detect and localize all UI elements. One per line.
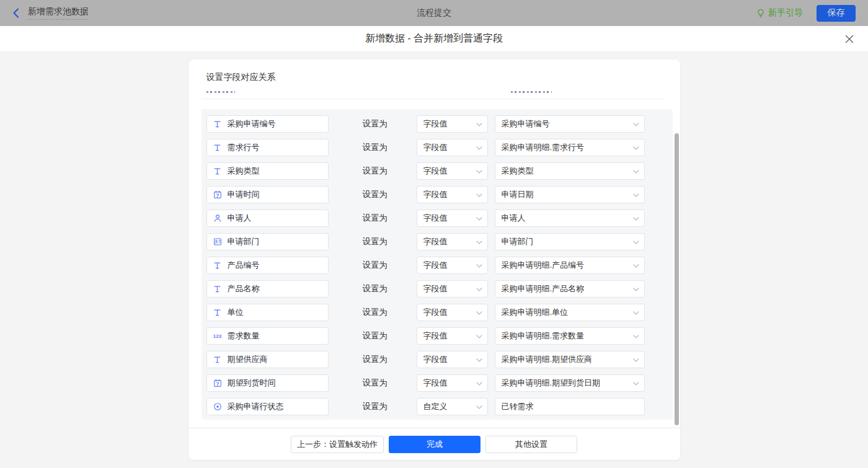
mode-select[interactable]: 字段值 — [417, 257, 488, 274]
target-select[interactable]: 采购申请明细.期望到货日期 — [495, 374, 645, 392]
clipped-header-right — [511, 91, 552, 93]
setter-label: 设置为 — [363, 142, 389, 153]
setter-label: 设置为 — [363, 377, 389, 389]
mode-value: 字段值 — [423, 354, 448, 365]
back-icon[interactable] — [12, 8, 19, 18]
close-icon[interactable] — [844, 34, 854, 44]
date-icon — [213, 379, 222, 387]
mode-select[interactable]: 字段值 — [417, 139, 488, 156]
guide-label: 新手引导 — [768, 7, 803, 19]
target-select[interactable]: 申请日期 — [495, 186, 645, 203]
date-icon — [213, 190, 222, 199]
source-field-label: 期望到货时间 — [228, 377, 276, 389]
mode-value: 字段值 — [423, 189, 448, 200]
chevron-down-icon — [476, 217, 482, 221]
source-field-chip[interactable]: 产品名称 — [206, 280, 329, 298]
source-field-label: 申请时间 — [228, 189, 260, 200]
mapping-row: 申请人 设置为 字段值 申请人 — [206, 210, 673, 227]
footer-actions: 上一步：设置触发动作 完成 其他设置 — [188, 436, 680, 453]
chevron-down-icon — [476, 146, 482, 150]
top-bar: 新增需求池数据 流程提交 新手引导 保存 — [0, 0, 868, 26]
mapping-row: 采购申请编号 设置为 字段值 采购申请编号 — [206, 115, 673, 133]
chevron-down-icon — [633, 335, 639, 338]
source-field-chip[interactable]: 采购申请编号 — [206, 115, 329, 133]
chevron-down-icon — [476, 123, 482, 126]
source-field-label: 申请部门 — [228, 236, 260, 247]
header-divider — [202, 99, 665, 99]
source-field-chip[interactable]: 单位 — [206, 304, 329, 321]
chevron-down-icon — [633, 288, 639, 291]
text-field-icon — [213, 120, 222, 128]
mode-value: 字段值 — [423, 213, 448, 224]
source-field-chip[interactable]: 期望供应商 — [206, 351, 329, 368]
mode-select[interactable]: 字段值 — [417, 162, 488, 180]
text-field-icon — [213, 355, 222, 364]
source-field-chip[interactable]: 需求行号 — [206, 139, 329, 156]
source-field-label: 产品名称 — [228, 283, 260, 294]
mode-value: 字段值 — [423, 330, 448, 342]
source-field-chip[interactable]: 申请部门 — [206, 233, 329, 250]
source-field-chip[interactable]: 期望到货时间 — [206, 374, 329, 392]
target-select[interactable]: 采购申请明细.需求行号 — [495, 139, 645, 156]
chevron-down-icon — [476, 288, 482, 291]
dialog-header: 新增数据 - 合并新增到普通字段 — [0, 26, 868, 52]
mapping-row: 需求行号 设置为 字段值 采购申请明细.需求行号 — [206, 139, 673, 156]
other-settings-button[interactable]: 其他设置 — [485, 436, 577, 453]
prev-step-button[interactable]: 上一步：设置触发动作 — [291, 436, 384, 453]
target-select[interactable]: 采购申请明细.产品编号 — [495, 257, 645, 274]
target-select[interactable]: 申请人 — [495, 210, 645, 227]
chevron-down-icon — [633, 170, 639, 174]
target-value: 采购申请明细.单位 — [502, 307, 569, 318]
source-field-chip[interactable]: 123 需求数量 — [206, 327, 329, 345]
source-field-chip[interactable]: 采购类型 — [206, 162, 329, 180]
chevron-down-icon — [476, 358, 482, 362]
target-select[interactable]: 采购申请明细.产品名称 — [495, 280, 645, 298]
mode-select[interactable]: 字段值 — [417, 327, 488, 345]
save-button[interactable]: 保存 — [817, 5, 856, 22]
target-select[interactable]: 申请部门 — [495, 233, 645, 250]
panel-title: 设置字段对应关系 — [188, 60, 680, 83]
setter-label: 设置为 — [363, 236, 389, 247]
done-button[interactable]: 完成 — [389, 436, 480, 453]
chevron-down-icon — [633, 217, 639, 221]
mode-select[interactable]: 字段值 — [417, 115, 488, 133]
mode-select[interactable]: 字段值 — [417, 304, 488, 321]
target-select[interactable]: 采购申请明细.单位 — [495, 304, 645, 321]
source-field-chip[interactable]: 申请人 — [206, 210, 329, 227]
target-select[interactable]: 采购申请明细.需求数量 — [495, 327, 645, 345]
beginner-guide-link[interactable]: 新手引导 — [756, 7, 803, 19]
target-select[interactable]: 采购类型 — [495, 162, 645, 180]
mode-select[interactable]: 自定义 — [417, 398, 488, 415]
footer-divider — [188, 428, 680, 428]
mode-select[interactable]: 字段值 — [417, 280, 488, 298]
source-field-chip[interactable]: 产品编号 — [206, 257, 329, 274]
mode-select[interactable]: 字段值 — [417, 210, 488, 227]
target-value: 采购类型 — [502, 166, 534, 177]
mode-select[interactable]: 字段值 — [417, 374, 488, 392]
flow-name[interactable]: 新增需求池数据 — [28, 6, 89, 20]
target-value: 申请日期 — [502, 189, 534, 200]
target-value: 采购申请明细.期望到货日期 — [502, 377, 601, 389]
mapping-row: 采购申请行状态 设置为 自定义 已转需求 — [206, 398, 673, 415]
chevron-down-icon — [476, 335, 482, 338]
mode-select[interactable]: 字段值 — [417, 233, 488, 250]
mode-select[interactable]: 字段值 — [417, 351, 488, 368]
number-icon: 123 — [213, 332, 222, 340]
target-value: 采购申请明细.产品名称 — [502, 283, 585, 294]
mode-select[interactable]: 字段值 — [417, 186, 488, 203]
chevron-down-icon — [476, 193, 482, 197]
scrollbar[interactable] — [675, 133, 679, 425]
target-input[interactable]: 已转需求 — [495, 398, 645, 415]
target-value: 采购申请编号 — [502, 118, 550, 130]
target-select[interactable]: 采购申请明细.期望供应商 — [495, 351, 645, 368]
setter-label: 设置为 — [363, 401, 389, 412]
target-select[interactable]: 采购申请编号 — [495, 115, 645, 133]
source-field-chip[interactable]: 采购申请行状态 — [206, 398, 329, 415]
source-field-chip[interactable]: 申请时间 — [206, 186, 329, 203]
chevron-down-icon — [476, 311, 482, 315]
mode-value: 字段值 — [423, 142, 448, 153]
mode-value: 字段值 — [423, 307, 448, 318]
lightbulb-icon — [756, 9, 765, 18]
chevron-down-icon — [476, 382, 482, 386]
mode-value: 字段值 — [423, 166, 448, 177]
